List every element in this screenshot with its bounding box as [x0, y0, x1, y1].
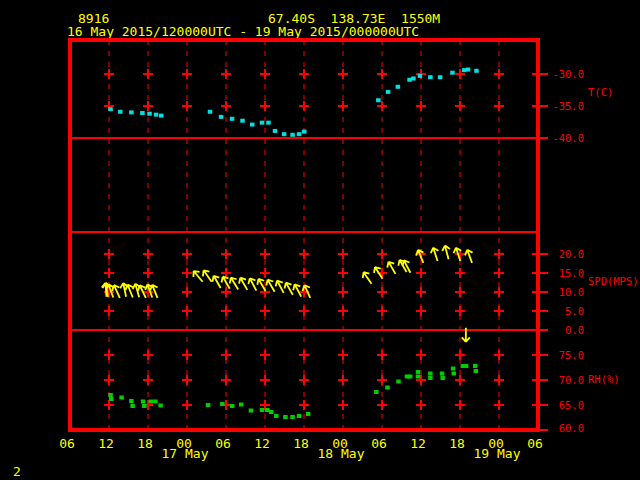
- wind-axis-label: SPD(MPS): [588, 275, 639, 287]
- humidity-point: [464, 364, 469, 368]
- temperature-point: [297, 132, 302, 136]
- temperature-point: [411, 76, 416, 80]
- humidity-point: [452, 372, 457, 376]
- humidity-point: [119, 396, 124, 400]
- humidity-point: [149, 400, 154, 404]
- humidity-point: [274, 414, 279, 418]
- humidity-point: [474, 369, 479, 373]
- y-tick-label: 65.0: [559, 399, 584, 411]
- y-tick-label: 15.0: [559, 267, 584, 279]
- hour-label: 18: [449, 436, 465, 451]
- y-tick-label: 5.0: [565, 305, 584, 317]
- wind-arrow-glyph: [441, 245, 452, 261]
- wind-arrow-glyph: [360, 270, 375, 286]
- y-tick-label: 70.0: [559, 374, 584, 386]
- humidity-series: [108, 364, 478, 419]
- temperature-point: [129, 110, 134, 114]
- temperature-point: [250, 123, 255, 127]
- hour-label: 06: [215, 436, 231, 451]
- humidity-point: [428, 372, 433, 376]
- humidity-point: [416, 370, 421, 374]
- temperature-point: [407, 78, 412, 82]
- humidity-point: [290, 415, 295, 419]
- wind-arrow: [441, 245, 452, 261]
- day-label: 18 May: [318, 446, 365, 461]
- hour-label: 12: [98, 436, 114, 451]
- humidity-axis-label: RH(%): [588, 373, 620, 385]
- y-tick-label: 0.0: [565, 324, 584, 336]
- humidity-point: [129, 399, 134, 403]
- temperature-point: [386, 90, 391, 94]
- hour-label: 06: [59, 436, 75, 451]
- humidity-point: [451, 367, 456, 371]
- temperature-point: [154, 113, 159, 117]
- day-label: 17 May: [162, 446, 209, 461]
- y-tick-label: -30.0: [552, 68, 584, 80]
- humidity-point: [153, 400, 158, 404]
- meteogram-window: 8916 67.40S 138.73E 1550M 16 May 2015/12…: [0, 0, 640, 480]
- humidity-point: [239, 403, 244, 407]
- wind-arrow-glyph: [385, 260, 399, 276]
- tick-marks: [104, 69, 548, 430]
- wind-arrow-glyph: [429, 246, 441, 262]
- hour-label: 18: [137, 436, 153, 451]
- humidity-point: [260, 408, 265, 412]
- temperature-point: [208, 110, 213, 114]
- humidity-point: [385, 386, 390, 390]
- temperature-point: [302, 130, 307, 134]
- y-tick-label: 60.0: [559, 422, 584, 434]
- humidity-point: [269, 410, 274, 414]
- y-tick-label: -40.0: [552, 132, 584, 144]
- humidity-point: [265, 408, 270, 412]
- temperature-point: [466, 68, 471, 72]
- temperature-point: [282, 132, 287, 136]
- y-tick-label: 10.0: [559, 286, 584, 298]
- temperature-point: [118, 110, 123, 114]
- humidity-point: [396, 380, 401, 384]
- temperature-point: [428, 75, 433, 79]
- humidity-point: [408, 375, 413, 379]
- humidity-point: [141, 400, 146, 404]
- humidity-point: [108, 393, 113, 397]
- wind-series: [102, 245, 476, 342]
- wind-arrow-glyph: [463, 248, 475, 264]
- temperature-point: [230, 117, 235, 121]
- hour-label: 06: [527, 436, 543, 451]
- temperature-point: [147, 112, 152, 116]
- hour-label: 12: [410, 436, 426, 451]
- humidity-point: [428, 376, 433, 380]
- hour-label: 18: [293, 436, 309, 451]
- hour-label: 12: [254, 436, 270, 451]
- humidity-point: [440, 372, 445, 376]
- humidity-point: [283, 415, 288, 419]
- temperature-point: [219, 115, 224, 119]
- temperature-point: [396, 85, 401, 89]
- day-label: 19 May: [474, 446, 521, 461]
- humidity-point: [220, 402, 225, 406]
- temperature-point: [376, 98, 381, 102]
- temperature-point: [290, 133, 295, 137]
- humidity-point: [230, 404, 235, 408]
- wind-arrow: [429, 246, 441, 262]
- humidity-point: [142, 404, 147, 408]
- wind-arrow: [385, 260, 399, 276]
- y-axis-labels: -30.0-35.0-40.0T(C)20.015.010.05.00.0SPD…: [552, 68, 638, 434]
- humidity-point: [249, 409, 254, 413]
- temperature-point: [260, 121, 265, 125]
- humidity-point: [416, 375, 421, 379]
- y-tick-label: 75.0: [559, 349, 584, 361]
- humidity-point: [109, 397, 114, 401]
- humidity-point: [440, 376, 445, 380]
- temperature-point: [462, 68, 467, 72]
- temperature-point: [474, 69, 479, 73]
- temperature-point: [273, 129, 278, 133]
- temperature-point: [140, 111, 145, 115]
- wind-arrow: [360, 270, 375, 286]
- humidity-point: [297, 414, 302, 418]
- humidity-point: [374, 390, 379, 394]
- wind-arrow: [463, 248, 475, 264]
- hour-label: 06: [371, 436, 387, 451]
- x-axis-labels: 0612180006121800061218000617 May18 May19…: [59, 436, 543, 461]
- temperature-point: [266, 121, 271, 125]
- temperature-point: [450, 71, 455, 75]
